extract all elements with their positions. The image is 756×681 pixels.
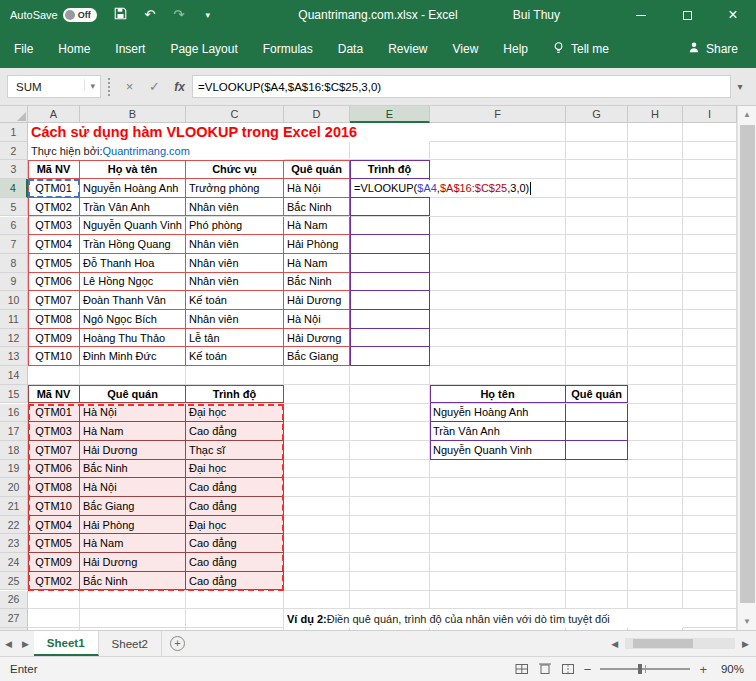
cell-C4[interactable]: Trưởng phòng <box>186 179 284 198</box>
undo-icon[interactable]: ↶ <box>142 7 158 23</box>
row-header-21[interactable]: 21 <box>0 497 28 516</box>
cell-B9[interactable]: Lê Hồng Ngọc <box>80 273 186 292</box>
cell-A19[interactable]: QTM06 <box>28 460 80 479</box>
insert-function-button[interactable]: fx <box>167 75 192 98</box>
cell-B3[interactable]: Họ và tên <box>80 160 186 179</box>
zoom-slider[interactable] <box>600 668 690 670</box>
row-header-24[interactable]: 24 <box>0 553 28 572</box>
column-header-G[interactable]: G <box>566 106 628 123</box>
cell-D10[interactable]: Hải Dương <box>284 291 350 310</box>
cell-B24[interactable]: Hải Dương <box>80 553 186 572</box>
row-header-27[interactable]: 27 <box>0 609 28 628</box>
cell-C16[interactable]: Đại học <box>186 404 284 423</box>
column-header-B[interactable]: B <box>80 106 186 123</box>
cell-C21[interactable]: Cao đẳng <box>186 497 284 516</box>
ribbon-tab-home[interactable]: Home <box>58 42 90 56</box>
cell-D4[interactable]: Hà Nội <box>284 179 350 198</box>
row-header-7[interactable]: 7 <box>0 235 28 254</box>
vertical-scrollbar[interactable]: ▲ ▼ <box>737 106 756 630</box>
row-header-20[interactable]: 20 <box>0 478 28 497</box>
cell-G17[interactable] <box>566 422 628 441</box>
formula-input[interactable]: =VLOOKUP($A4,$A$16:$C$25,3,0) <box>192 75 731 98</box>
row-header-12[interactable]: 12 <box>0 329 28 348</box>
ribbon-tab-help[interactable]: Help <box>503 42 528 56</box>
cell-B5[interactable]: Trần Vân Anh <box>80 198 186 217</box>
cell-E12[interactable] <box>350 329 430 348</box>
row-header-11[interactable]: 11 <box>0 310 28 329</box>
column-header-F[interactable]: F <box>430 106 566 123</box>
cell-D11[interactable]: Hà Nội <box>284 310 350 329</box>
cell-B22[interactable]: Hải Phòng <box>80 516 186 535</box>
cell-B8[interactable]: Đỗ Thanh Hoa <box>80 254 186 273</box>
cell-D13[interactable]: Bắc Giang <box>284 347 350 366</box>
cell-B17[interactable]: Hà Nam <box>80 422 186 441</box>
cell-C12[interactable]: Lễ tân <box>186 329 284 348</box>
cell-A21[interactable]: QTM10 <box>28 497 80 516</box>
cell-E11[interactable] <box>350 310 430 329</box>
cell-A3[interactable]: Mã NV <box>28 160 80 179</box>
ribbon-tab-view[interactable]: View <box>453 42 479 56</box>
cell-F17[interactable]: Trần Vân Anh <box>430 422 566 441</box>
cell-B4[interactable]: Nguyễn Hoàng Anh <box>80 179 186 198</box>
cell-E9[interactable] <box>350 273 430 292</box>
horizontal-scrollbar[interactable]: ◀ ▶ <box>606 638 754 649</box>
sheet-title-cell[interactable]: Cách sử dụng hàm VLOOKUP trong Excel 201… <box>28 123 430 142</box>
page-layout-view-icon[interactable] <box>538 663 552 675</box>
cell-C5[interactable]: Nhân viên <box>186 198 284 217</box>
hscroll-thumb[interactable] <box>633 639 693 648</box>
autosave-control[interactable]: AutoSave Off <box>10 8 97 22</box>
cell-B13[interactable]: Đinh Minh Đức <box>80 347 186 366</box>
cell-A15[interactable]: Mã NV <box>28 385 80 404</box>
zoom-out-icon[interactable]: − <box>584 662 592 677</box>
zoom-level[interactable]: 90% <box>716 663 744 675</box>
cell-B15[interactable]: Quê quán <box>80 385 186 404</box>
cell-E7[interactable] <box>350 235 430 254</box>
cell-C22[interactable]: Đại học <box>186 516 284 535</box>
column-header-A[interactable]: A <box>28 106 80 123</box>
sheet-nav-left-icon[interactable]: ◀ <box>0 639 17 649</box>
cell-B21[interactable]: Bắc Giang <box>80 497 186 516</box>
name-box-dropdown-icon[interactable]: ▾ <box>84 79 97 91</box>
cell-C20[interactable]: Cao đẳng <box>186 478 284 497</box>
cell-A24[interactable]: QTM09 <box>28 553 80 572</box>
row-header-1[interactable]: 1 <box>0 123 28 142</box>
cell-B7[interactable]: Trần Hồng Quang <box>80 235 186 254</box>
ribbon-tab-data[interactable]: Data <box>338 42 363 56</box>
cell-D9[interactable]: Bắc Ninh <box>284 273 350 292</box>
row-header-6[interactable]: 6 <box>0 217 28 236</box>
cell-A5[interactable]: QTM02 <box>28 198 80 217</box>
cell-C11[interactable]: Nhân viên <box>186 310 284 329</box>
row-header-22[interactable]: 22 <box>0 516 28 535</box>
user-name[interactable]: Bui Thuy <box>513 0 560 30</box>
cell-F16[interactable]: Nguyễn Hoàng Anh <box>430 404 566 423</box>
cell-A13[interactable]: QTM10 <box>28 347 80 366</box>
cell-B16[interactable]: Hà Nội <box>80 404 186 423</box>
cell-B11[interactable]: Ngô Ngọc Bích <box>80 310 186 329</box>
cell-A23[interactable]: QTM05 <box>28 534 80 553</box>
cell-B25[interactable]: Bắc Ninh <box>80 572 186 591</box>
row-header-17[interactable]: 17 <box>0 422 28 441</box>
maximize-button[interactable] <box>664 0 710 30</box>
cell-A11[interactable]: QTM08 <box>28 310 80 329</box>
sheet-nav-right-icon[interactable]: ▶ <box>17 639 34 649</box>
row-header-23[interactable]: 23 <box>0 534 28 553</box>
example-note-cell[interactable]: Ví dụ 2: Điền quê quán, trình độ của nhâ… <box>284 609 683 628</box>
row-header-5[interactable]: 5 <box>0 198 28 217</box>
cell-E8[interactable] <box>350 254 430 273</box>
cell-C8[interactable]: Nhân viên <box>186 254 284 273</box>
cell-C15[interactable]: Trình độ <box>186 385 284 404</box>
page-break-view-icon[interactable] <box>561 663 575 675</box>
zoom-slider-thumb[interactable] <box>638 664 642 674</box>
cell-A9[interactable]: QTM06 <box>28 273 80 292</box>
cell-D12[interactable]: Hải Dương <box>284 329 350 348</box>
cell-D5[interactable]: Bắc Ninh <box>284 198 350 217</box>
column-header-H[interactable]: H <box>628 106 683 123</box>
column-header-E[interactable]: E <box>350 106 430 123</box>
row-header-10[interactable]: 10 <box>0 291 28 310</box>
enter-button[interactable]: ✓ <box>142 75 167 98</box>
zoom-in-icon[interactable]: + <box>699 662 707 677</box>
byline-cell[interactable]: Thực hiện bởi: Quantrimang.com <box>28 142 284 161</box>
cell-C10[interactable]: Kế toán <box>186 291 284 310</box>
cell-A22[interactable]: QTM04 <box>28 516 80 535</box>
row-header-28[interactable]: 28 <box>0 628 28 630</box>
